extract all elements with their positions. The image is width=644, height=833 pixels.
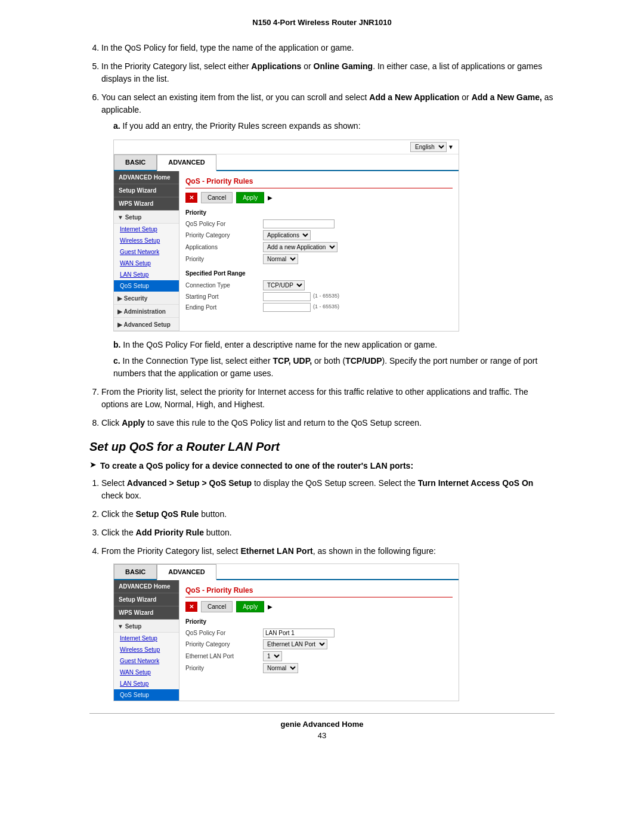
- content-title-1: QoS - Priority Rules: [185, 176, 453, 188]
- starting-port-hint-1: (1 - 65535): [313, 292, 339, 301]
- lan-step-2: Click the Setup QoS Rule button.: [101, 508, 555, 521]
- arrow-item: ➤ To create a QoS policy for a device co…: [89, 460, 555, 472]
- priority-title-1: Priority: [185, 208, 453, 217]
- dropdown-arrow-1: ▼: [448, 143, 454, 151]
- port-range-title-1: Specified Port Range: [185, 269, 453, 278]
- ending-port-row-1: Ending Port (1 - 65535): [185, 303, 453, 312]
- apply-btn-1[interactable]: Apply: [236, 192, 264, 203]
- priority-category-select-1[interactable]: Applications: [263, 230, 311, 240]
- language-select-1[interactable]: English: [410, 142, 447, 152]
- connection-type-select-1[interactable]: TCP/UDP: [263, 280, 305, 290]
- action-bar-1: ✕ Cancel Apply ▶: [185, 192, 453, 203]
- router-body-1: ADVANCED Home Setup Wizard WPS Wizard Se…: [114, 171, 459, 331]
- sidebar-section-security-1[interactable]: Security: [114, 292, 179, 305]
- step-6: You can select an existing item from the…: [101, 91, 555, 380]
- router-sidebar-2: ADVANCED Home Setup Wizard WPS Wizard Se…: [114, 580, 179, 701]
- router-body-2: ADVANCED Home Setup Wizard WPS Wizard Se…: [114, 580, 459, 701]
- cancel-x-btn-2[interactable]: ✕: [185, 602, 197, 612]
- sidebar-setup-wizard-2[interactable]: Setup Wizard: [114, 593, 179, 606]
- tab-basic-1[interactable]: BASIC: [114, 154, 157, 170]
- router-top-bar-1: English ▼: [114, 140, 459, 154]
- cancel-btn-2[interactable]: Cancel: [201, 601, 233, 612]
- priority-select-1[interactable]: Normal: [263, 254, 298, 264]
- page-header: N150 4-Port Wireless Router JNR1010: [89, 18, 555, 36]
- step-4: In the QoS Policy for field, type the na…: [101, 42, 555, 54]
- cancel-btn-1[interactable]: Cancel: [201, 192, 233, 203]
- content-title-2: QoS - Priority Rules: [185, 585, 453, 597]
- tab-basic-2[interactable]: BASIC: [114, 564, 157, 580]
- tab-advanced-1[interactable]: ADVANCED: [157, 154, 216, 171]
- sidebar-qos-setup-2[interactable]: QoS Setup: [114, 689, 179, 701]
- sidebar-section-setup-1[interactable]: Setup: [114, 210, 179, 224]
- qos-policy-input-1[interactable]: [263, 219, 335, 228]
- starting-port-row-1: Starting Port (1 - 65535): [185, 292, 453, 301]
- sub-item-a: a. If you add an entry, the Priority Rul…: [113, 120, 555, 132]
- sidebar-qos-setup-1[interactable]: QoS Setup: [114, 280, 179, 292]
- router-screenshot-1: English ▼ BASIC ADVANCED ADVANCED Home S…: [113, 140, 459, 332]
- sidebar-internet-setup-2[interactable]: Internet Setup: [114, 633, 179, 644]
- tab-bar-2: BASIC ADVANCED: [114, 564, 459, 581]
- section-heading: Set up QoS for a Router LAN Port: [89, 440, 555, 454]
- header-title: N150 4-Port Wireless Router JNR1010: [252, 18, 391, 27]
- page-divider: [89, 713, 555, 714]
- qos-policy-for-row-1: QoS Policy For: [185, 219, 453, 228]
- main-steps-list: In the QoS Policy for field, type the na…: [101, 42, 555, 429]
- priority-select-2[interactable]: Normal: [263, 663, 298, 673]
- page-footer: genie Advanced Home: [89, 720, 555, 729]
- sidebar-guest-network-2[interactable]: Guest Network: [114, 655, 179, 667]
- sidebar-section-advanced-1[interactable]: Advanced Setup: [114, 318, 179, 331]
- cancel-x-btn-1[interactable]: ✕: [185, 193, 197, 203]
- qos-policy-for-row-2: QoS Policy For: [185, 628, 453, 637]
- ending-port-input-1[interactable]: [263, 303, 311, 312]
- tab-advanced-2[interactable]: ADVANCED: [157, 564, 216, 581]
- applications-select-1[interactable]: Add a new Application: [263, 242, 338, 252]
- apply-arrow-1: ▶: [268, 193, 273, 202]
- priority-section-2: Priority QoS Policy For Priority Categor…: [185, 617, 453, 673]
- router-content-1: QoS - Priority Rules ✕ Cancel Apply ▶ Pr…: [179, 171, 459, 331]
- qos-policy-input-2[interactable]: [263, 628, 335, 637]
- sidebar-wireless-setup-1[interactable]: Wireless Setup: [114, 235, 179, 246]
- priority-row-1: Priority Normal: [185, 254, 453, 264]
- ethernet-lan-port-select-2[interactable]: 1: [263, 651, 282, 661]
- starting-port-input-1[interactable]: [263, 292, 311, 301]
- sidebar-setup-wizard-1[interactable]: Setup Wizard: [114, 184, 179, 197]
- page-number: 43: [89, 731, 555, 740]
- sidebar-lan-setup-1[interactable]: LAN Setup: [114, 269, 179, 280]
- action-bar-2: ✕ Cancel Apply ▶: [185, 601, 453, 612]
- sidebar-guest-network-1[interactable]: Guest Network: [114, 246, 179, 258]
- apply-btn-2[interactable]: Apply: [236, 601, 264, 612]
- priority-row-2: Priority Normal: [185, 663, 453, 673]
- router-sidebar-1: ADVANCED Home Setup Wizard WPS Wizard Se…: [114, 171, 179, 331]
- connection-type-row-1: Connection Type TCP/UDP: [185, 280, 453, 290]
- priority-category-select-2[interactable]: Ethernet LAN Port: [263, 639, 327, 649]
- sidebar-section-admin-1[interactable]: Administration: [114, 305, 179, 318]
- lan-step-3: Click the Add Priority Rule button.: [101, 527, 555, 539]
- sidebar-section-setup-2[interactable]: Setup: [114, 620, 179, 633]
- ethernet-lan-port-row-2: Ethernet LAN Port 1: [185, 651, 453, 661]
- tab-bar-1: BASIC ADVANCED: [114, 154, 459, 171]
- arrow-icon: ➤: [89, 460, 97, 469]
- sub-item-c: c. In the Connection Type list, select e…: [113, 355, 555, 380]
- priority-category-row-1: Priority Category Applications: [185, 230, 453, 240]
- apply-arrow-2: ▶: [268, 602, 273, 611]
- sidebar-wps-wizard-2[interactable]: WPS Wizard: [114, 606, 179, 620]
- ending-port-hint-1: (1 - 65535): [313, 303, 339, 311]
- sidebar-wps-wizard-1[interactable]: WPS Wizard: [114, 197, 179, 210]
- sidebar-advanced-home-1[interactable]: ADVANCED Home: [114, 171, 179, 184]
- priority-title-2: Priority: [185, 617, 453, 626]
- sidebar-internet-setup-1[interactable]: Internet Setup: [114, 224, 179, 235]
- applications-row-1: Applications Add a new Application: [185, 242, 453, 252]
- priority-category-row-2: Priority Category Ethernet LAN Port: [185, 639, 453, 649]
- sidebar-advanced-home-2[interactable]: ADVANCED Home: [114, 580, 179, 593]
- sidebar-wan-setup-2[interactable]: WAN Setup: [114, 667, 179, 678]
- sidebar-wan-setup-1[interactable]: WAN Setup: [114, 258, 179, 269]
- sidebar-lan-setup-2[interactable]: LAN Setup: [114, 678, 179, 689]
- sub-item-b: b. In the QoS Policy For field, enter a …: [113, 339, 555, 351]
- lan-steps-list: Select Advanced > Setup > QoS Setup to d…: [101, 477, 555, 702]
- lan-step-4: From the Priority Category list, select …: [101, 545, 555, 702]
- sidebar-wireless-setup-2[interactable]: Wireless Setup: [114, 644, 179, 655]
- step-8: Click Apply to save this rule to the QoS…: [101, 417, 555, 429]
- footer-text: genie Advanced Home: [281, 720, 364, 729]
- priority-section-1: Priority QoS Policy For Priority Categor…: [185, 208, 453, 264]
- step-5: In the Priority Category list, select ei…: [101, 60, 555, 85]
